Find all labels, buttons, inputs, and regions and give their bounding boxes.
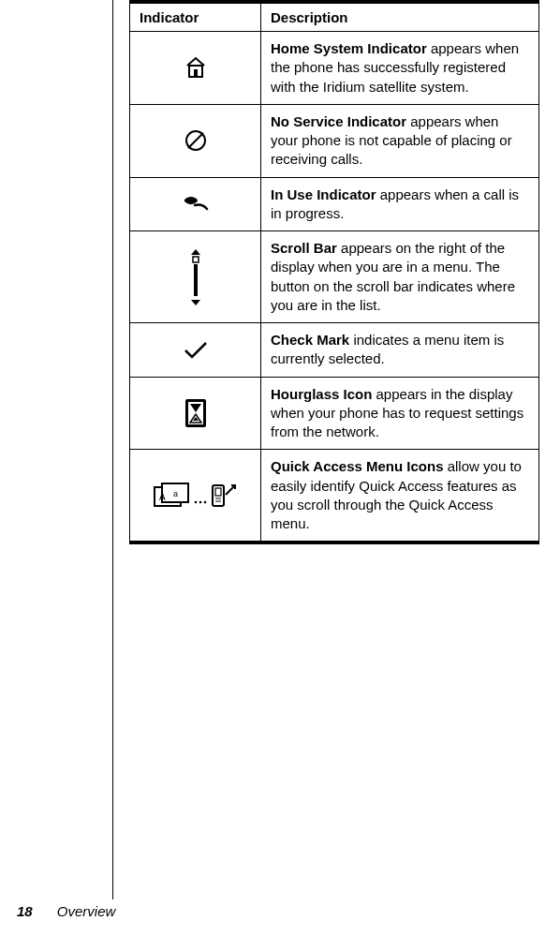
svg-marker-7 [191, 300, 200, 305]
svg-text:A: A [159, 492, 166, 502]
left-margin-rule [112, 0, 113, 899]
svg-point-14 [194, 500, 197, 503]
svg-rect-5 [193, 257, 199, 262]
table-row: In Use Indicator appears when a call is … [130, 177, 539, 231]
home-system-indicator-icon [184, 58, 208, 74]
description-bold: Hourglass Icon [271, 386, 372, 402]
check-mark-icon [184, 341, 208, 357]
svg-point-16 [203, 500, 206, 503]
svg-rect-1 [194, 69, 198, 77]
svg-line-3 [188, 133, 203, 148]
description-bold: Check Mark [271, 332, 349, 348]
description-cell: In Use Indicator appears when a call is … [261, 177, 539, 231]
table-row: A a [130, 450, 539, 543]
description-bold: In Use Indicator [271, 186, 376, 202]
description-bold: Scroll Bar [271, 240, 337, 256]
page-footer: 18 Overview [17, 903, 115, 919]
table-row: Hourglass Icon appears in the display wh… [130, 377, 539, 450]
section-title: Overview [57, 903, 116, 919]
table-row: Check Mark indicates a menu item is curr… [130, 323, 539, 378]
in-use-indicator-icon [182, 195, 210, 211]
table-row: Scroll Bar appears on the right of the d… [130, 231, 539, 323]
svg-point-15 [199, 500, 201, 503]
page-number: 18 [17, 903, 33, 919]
hourglass-icon [184, 404, 207, 420]
scroll-bar-icon [189, 267, 202, 283]
quick-access-menu-icons-icon: A a [153, 486, 239, 502]
header-description: Description [261, 2, 539, 32]
description-cell: Quick Access Menu Icons allow you to eas… [261, 450, 539, 543]
description-cell: Check Mark indicates a menu item is curr… [261, 323, 539, 378]
description-cell: No Service Indicator appears when your p… [261, 104, 539, 177]
description-cell: Hourglass Icon appears in the display wh… [261, 377, 539, 450]
svg-rect-6 [194, 264, 198, 296]
indicator-table: Indicator Description Home System Indi [129, 0, 539, 544]
description-cell: Scroll Bar appears on the right of the d… [261, 231, 539, 323]
description-bold: Quick Access Menu Icons [271, 458, 444, 474]
no-service-indicator-icon [183, 131, 209, 147]
description-cell: Home System Indicator appears when the p… [261, 32, 539, 105]
table-row: Home System Indicator appears when the p… [130, 32, 539, 105]
svg-rect-18 [215, 488, 221, 496]
description-bold: No Service Indicator [271, 113, 406, 129]
svg-text:a: a [173, 489, 178, 498]
header-indicator: Indicator [130, 2, 261, 32]
table-row: No Service Indicator appears when your p… [130, 104, 539, 177]
svg-marker-4 [191, 249, 200, 255]
description-bold: Home System Indicator [271, 40, 427, 56]
